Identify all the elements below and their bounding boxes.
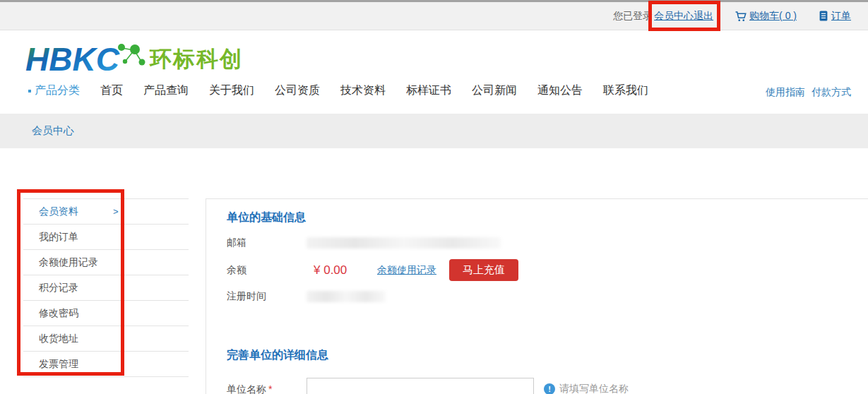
company-name-hint-text: 请填写单位名称 <box>559 383 629 394</box>
company-name-input[interactable] <box>307 378 534 394</box>
company-name-label-text: 单位名称 <box>227 383 266 394</box>
sidebar-item-points-history[interactable]: 积分记录 <box>23 275 189 301</box>
sidebar-item-change-password[interactable]: 修改密码 <box>23 301 189 326</box>
register-time-label: 注册时间 <box>227 290 307 303</box>
logout-link[interactable]: 退出 <box>694 10 713 23</box>
nav-item-product-categories[interactable]: 产品分类 <box>28 83 80 98</box>
nav-item-technical-docs[interactable]: 技术资料 <box>340 83 386 98</box>
nav-item-label: 产品分类 <box>35 83 80 98</box>
cart-group[interactable]: 购物车( 0 ) <box>735 10 797 23</box>
nav-item-contact-us[interactable]: 联系我们 <box>603 83 648 98</box>
nav-item-company-news[interactable]: 公司新闻 <box>472 83 517 98</box>
molecule-icon <box>118 44 145 66</box>
company-name-row: 单位名称* ! 请填写单位名称 <box>227 378 868 394</box>
required-asterisk: * <box>268 383 272 394</box>
orders-link[interactable]: 订单 <box>831 10 851 23</box>
sidebar-item-label: 会员资料 <box>39 205 78 217</box>
nav-item-qualifications[interactable]: 公司资质 <box>275 83 320 98</box>
sidebar-item-member-profile[interactable]: 会员资料 > <box>23 199 189 225</box>
balance-label: 余额 <box>227 264 307 277</box>
logo-text: HBKC <box>25 41 120 78</box>
orders-group[interactable]: 订单 <box>818 10 851 23</box>
logo: HBKC 环标科创 <box>25 40 243 80</box>
company-name-label: 单位名称* <box>227 378 307 394</box>
nav-right-links: 使用指南 付款方式 <box>766 86 851 99</box>
login-status-text: 您已登录 <box>613 10 653 23</box>
main-panel: 单位的基础信息 邮箱 余额 ¥ 0.00 余额使用记录 马上充值 注册时间 完善… <box>206 198 868 394</box>
orders-icon <box>818 10 829 22</box>
company-name-hint: ! 请填写单位名称 <box>544 378 629 394</box>
user-guide-link[interactable]: 使用指南 <box>766 86 805 99</box>
member-sidebar: 会员资料 > 我的订单 余额使用记录 积分记录 修改密码 收货地址 发票管理 <box>23 198 189 377</box>
cart-link[interactable]: 购物车( 0 ) <box>749 10 797 23</box>
email-value-redacted <box>307 237 501 249</box>
nav-item-product-search[interactable]: 产品查询 <box>143 83 189 98</box>
nav-bullet-icon <box>28 90 31 92</box>
breadcrumb-title: 会员中心 <box>32 124 74 138</box>
nav-item-announcements[interactable]: 通知公告 <box>537 83 583 98</box>
recharge-button[interactable]: 马上充值 <box>449 259 518 281</box>
balance-row: 余额 ¥ 0.00 余额使用记录 马上充值 <box>227 259 868 281</box>
register-time-row: 注册时间 <box>227 289 868 304</box>
detail-info-title: 完善单位的详细信息 <box>227 348 868 362</box>
balance-value: ¥ 0.00 <box>307 263 377 277</box>
payment-methods-link[interactable]: 付款方式 <box>811 86 851 99</box>
logo-hbkc-graphic: HBKC <box>25 40 160 80</box>
chevron-right-icon: > <box>113 199 119 224</box>
nav-item-about-us[interactable]: 关于我们 <box>209 83 254 98</box>
sidebar-item-balance-history[interactable]: 余额使用记录 <box>23 250 189 275</box>
header: HBKC 环标科创 产品分类 首页 产品查询 关于我们 公司资质 技术资料 标样… <box>0 31 868 114</box>
member-logout-group: 会员中心 退出 <box>654 10 713 23</box>
sidebar-item-my-orders[interactable]: 我的订单 <box>23 225 189 250</box>
sidebar-item-invoice-management[interactable]: 发票管理 <box>23 352 189 377</box>
member-center-link[interactable]: 会员中心 <box>654 10 694 23</box>
topbar: 您已登录 会员中心 退出 购物车( 0 ) 订单 <box>0 0 868 30</box>
email-label: 邮箱 <box>227 237 307 249</box>
balance-history-link[interactable]: 余额使用记录 <box>377 264 436 277</box>
register-time-value-redacted <box>307 291 386 302</box>
main-nav: 产品分类 首页 产品查询 关于我们 公司资质 技术资料 标样证书 公司新闻 通知… <box>28 83 648 98</box>
email-row: 邮箱 <box>227 236 868 250</box>
cart-icon <box>735 10 747 23</box>
logo-name: 环标科创 <box>150 44 243 80</box>
nav-item-home[interactable]: 首页 <box>100 83 123 98</box>
breadcrumb: 会员中心 <box>0 114 868 148</box>
info-icon: ! <box>544 383 555 394</box>
sidebar-item-shipping-address[interactable]: 收货地址 <box>23 326 189 352</box>
nav-item-certificates[interactable]: 标样证书 <box>406 83 451 98</box>
basic-info-title: 单位的基础信息 <box>227 210 868 225</box>
